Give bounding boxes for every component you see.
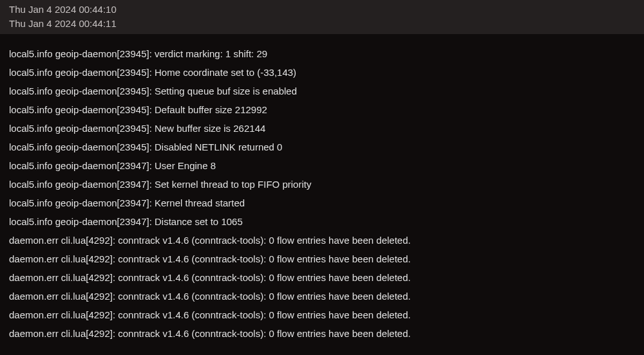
log-line: local5.info geoip-daemon[23945]: New buf… <box>0 119 644 138</box>
log-line: daemon.err cli.lua[4292]: conntrack v1.4… <box>0 268 644 287</box>
log-line: daemon.err cli.lua[4292]: conntrack v1.4… <box>0 231 644 250</box>
log-body: local5.info geoip-daemon[23945]: verdict… <box>0 34 644 343</box>
log-line: local5.info geoip-daemon[23945]: Setting… <box>0 82 644 100</box>
timestamp-line: Thu Jan 4 2024 00:44:10 <box>0 3 644 17</box>
log-line: local5.info geoip-daemon[23945]: Disable… <box>0 138 644 156</box>
log-line: local5.info geoip-daemon[23945]: verdict… <box>0 44 644 63</box>
log-line: daemon.err cli.lua[4292]: conntrack v1.4… <box>0 305 644 324</box>
log-line: daemon.err cli.lua[4292]: conntrack v1.4… <box>0 324 644 343</box>
log-line: local5.info geoip-daemon[23945]: Home co… <box>0 63 644 82</box>
timestamp-header: Thu Jan 4 2024 00:44:10 Thu Jan 4 2024 0… <box>0 0 644 34</box>
log-line: local5.info geoip-daemon[23947]: Distanc… <box>0 212 644 231</box>
log-line: daemon.err cli.lua[4292]: conntrack v1.4… <box>0 250 644 268</box>
log-line: local5.info geoip-daemon[23945]: Default… <box>0 100 644 119</box>
log-line: local5.info geoip-daemon[23947]: Set ker… <box>0 175 644 194</box>
log-line: local5.info geoip-daemon[23947]: Kernel … <box>0 194 644 212</box>
log-line: daemon.err cli.lua[4292]: conntrack v1.4… <box>0 287 644 305</box>
timestamp-line: Thu Jan 4 2024 00:44:11 <box>0 17 644 31</box>
log-line: local5.info geoip-daemon[23947]: User En… <box>0 156 644 175</box>
